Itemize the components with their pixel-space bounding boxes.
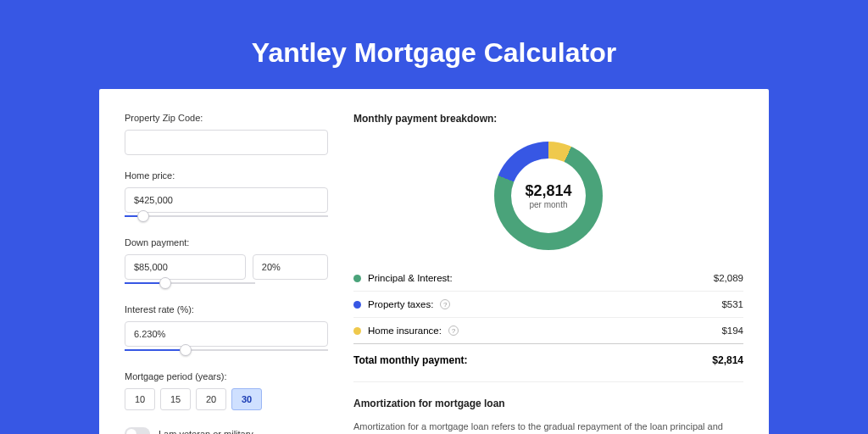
breakdown-item-value: $2,089 — [714, 273, 743, 283]
interest-input[interactable] — [125, 321, 328, 347]
page-title: Yantley Mortgage Calculator — [99, 0, 769, 89]
calculator-card: Property Zip Code: Home price: Down paym… — [99, 89, 769, 434]
period-group: Mortgage period (years): 10152030 — [125, 371, 328, 410]
interest-slider[interactable] — [125, 346, 328, 356]
slider-fill — [125, 349, 186, 351]
down-payment-label: Down payment: — [125, 237, 328, 248]
breakdown-title: Monthly payment breakdown: — [353, 113, 743, 125]
veteran-label: I am veteran or military — [159, 429, 253, 434]
total-label: Total monthly payment: — [353, 354, 467, 366]
breakdown-item-label: Property taxes: — [368, 299, 433, 309]
help-icon[interactable]: ? — [448, 326, 459, 336]
amortization-text: Amortization for a mortgage loan refers … — [353, 420, 743, 434]
zip-group: Property Zip Code: — [125, 113, 328, 155]
donut-sub: per month — [529, 200, 567, 209]
zip-label: Property Zip Code: — [125, 113, 328, 123]
slider-thumb[interactable] — [180, 344, 192, 356]
home-price-group: Home price: — [125, 170, 328, 222]
slider-track — [125, 215, 328, 217]
legend-dot-icon — [353, 327, 361, 335]
donut-value: $2,814 — [525, 182, 571, 200]
period-option-30[interactable]: 30 — [231, 388, 262, 410]
breakdown-item-left: Principal & Interest: — [353, 273, 453, 283]
period-option-20[interactable]: 20 — [196, 388, 226, 410]
breakdown-item-value: $194 — [721, 326, 743, 336]
breakdown-column: Monthly payment breakdown: $2,814 per mo… — [353, 113, 743, 434]
veteran-row: I am veteran or military — [125, 427, 328, 434]
period-option-15[interactable]: 15 — [160, 388, 191, 410]
inputs-column: Property Zip Code: Home price: Down paym… — [125, 113, 328, 434]
down-payment-group: Down payment: — [125, 237, 328, 289]
down-payment-slider[interactable] — [125, 279, 255, 289]
total-row: Total monthly payment: $2,814 — [353, 344, 743, 381]
breakdown-item-left: Home insurance:? — [353, 326, 459, 336]
down-payment-amount-input[interactable] — [125, 254, 246, 280]
amortization-section: Amortization for mortgage loan Amortizat… — [353, 381, 743, 434]
home-price-input[interactable] — [125, 187, 328, 213]
total-value: $2,814 — [712, 354, 743, 366]
zip-input[interactable] — [125, 130, 328, 155]
donut-center: $2,814 per month — [494, 142, 603, 250]
period-buttons: 10152030 — [125, 388, 328, 410]
legend-dot-icon — [353, 301, 361, 309]
donut-ring: $2,814 per month — [494, 142, 603, 250]
interest-group: Interest rate (%): — [125, 304, 328, 356]
breakdown-rows: Principal & Interest:$2,089Property taxe… — [353, 265, 743, 344]
interest-label: Interest rate (%): — [125, 304, 328, 314]
amortization-title: Amortization for mortgage loan — [353, 398, 743, 409]
home-price-slider[interactable] — [125, 212, 328, 222]
breakdown-item: Home insurance:?$194 — [353, 318, 743, 344]
home-price-label: Home price: — [125, 170, 328, 181]
down-payment-percent-input[interactable] — [253, 254, 328, 280]
breakdown-item-label: Home insurance: — [368, 326, 442, 336]
breakdown-item: Property taxes:?$531 — [353, 292, 743, 318]
slider-thumb[interactable] — [137, 210, 149, 222]
period-option-10[interactable]: 10 — [125, 388, 155, 410]
breakdown-item: Principal & Interest:$2,089 — [353, 265, 743, 292]
legend-dot-icon — [353, 275, 361, 282]
period-label: Mortgage period (years): — [125, 371, 328, 381]
breakdown-item-label: Principal & Interest: — [368, 273, 453, 283]
breakdown-item-left: Property taxes:? — [353, 299, 450, 309]
breakdown-item-value: $531 — [721, 299, 743, 309]
slider-thumb[interactable] — [159, 277, 171, 289]
help-icon[interactable]: ? — [440, 299, 450, 309]
veteran-toggle[interactable] — [125, 427, 150, 434]
donut-chart: $2,814 per month — [353, 136, 743, 265]
